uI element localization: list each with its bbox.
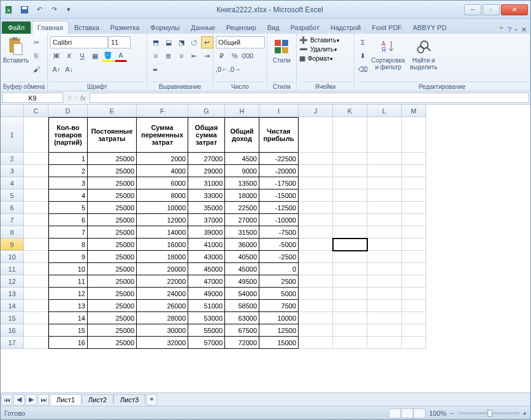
cell[interactable] xyxy=(367,214,402,226)
col-header[interactable]: K xyxy=(333,105,367,117)
cell[interactable] xyxy=(24,165,48,177)
align-center-icon[interactable]: ≣ xyxy=(162,50,175,62)
data-cell[interactable]: 25000 xyxy=(88,165,137,177)
wrap-text-icon[interactable]: ↩ xyxy=(201,36,213,48)
data-cell[interactable]: 18000 xyxy=(225,189,259,202)
data-cell[interactable]: 25000 xyxy=(88,153,137,165)
tab-addins[interactable]: Надстрой xyxy=(325,21,366,34)
data-cell[interactable]: 39000 xyxy=(188,226,225,239)
align-left-icon[interactable]: ≡ xyxy=(150,50,162,62)
font-name-combo[interactable]: Calibri xyxy=(50,36,108,48)
col-header[interactable]: I xyxy=(259,105,299,117)
data-cell[interactable]: 16 xyxy=(48,337,88,349)
data-cell[interactable]: 4000 xyxy=(137,165,188,177)
cell[interactable] xyxy=(299,275,333,288)
data-cell[interactable]: 8 xyxy=(48,239,88,251)
percent-icon[interactable]: % xyxy=(229,50,241,62)
data-cell[interactable]: 15 xyxy=(48,324,88,337)
data-cell[interactable]: 25000 xyxy=(88,214,137,226)
data-cell[interactable]: 25000 xyxy=(88,324,137,337)
data-cell[interactable]: 25000 xyxy=(88,300,137,312)
data-cell[interactable]: 4 xyxy=(48,189,88,202)
data-cell[interactable]: 25000 xyxy=(88,189,137,202)
cell[interactable] xyxy=(333,288,367,300)
cell[interactable] xyxy=(367,312,402,324)
cut-icon[interactable]: ✂ xyxy=(30,36,42,48)
cell[interactable] xyxy=(367,337,402,349)
tab-formulas[interactable]: Формулы xyxy=(145,21,185,34)
data-cell[interactable]: 57000 xyxy=(188,337,225,349)
data-cell[interactable]: 37000 xyxy=(188,214,225,226)
border-button[interactable]: ▦ xyxy=(89,50,101,62)
data-cell[interactable]: 26000 xyxy=(137,300,188,312)
cell[interactable] xyxy=(402,312,426,324)
data-cell[interactable]: -5000 xyxy=(259,239,299,251)
cell[interactable] xyxy=(299,288,333,300)
zoom-slider[interactable] xyxy=(458,412,519,414)
data-cell[interactable]: 30000 xyxy=(137,324,188,337)
copy-icon[interactable]: ⎘ xyxy=(30,50,42,62)
row-header[interactable]: 12 xyxy=(1,275,24,288)
cell[interactable] xyxy=(333,324,367,337)
cell[interactable] xyxy=(333,177,367,189)
data-cell[interactable]: 14 xyxy=(48,312,88,324)
data-cell[interactable]: 4500 xyxy=(225,153,259,165)
fill-color-button[interactable]: 🪣 xyxy=(102,50,114,62)
data-cell[interactable]: 13500 xyxy=(225,177,259,189)
tab-file[interactable]: Файл xyxy=(2,21,31,34)
data-cell[interactable]: 29000 xyxy=(188,165,225,177)
data-cell[interactable]: 35000 xyxy=(188,202,225,214)
data-cell[interactable]: 5000 xyxy=(259,288,299,300)
cell[interactable] xyxy=(24,324,48,337)
row-header[interactable]: 6 xyxy=(1,202,24,214)
col-header[interactable]: F xyxy=(137,105,188,117)
data-cell[interactable]: 67500 xyxy=(225,324,259,337)
data-cell[interactable]: 25000 xyxy=(88,251,137,263)
row-header[interactable]: 2 xyxy=(1,153,24,165)
zoom-in-icon[interactable]: + xyxy=(523,410,527,417)
data-cell[interactable]: -22500 xyxy=(259,153,299,165)
data-cell[interactable]: 25000 xyxy=(88,275,137,288)
data-cell[interactable]: 25000 xyxy=(88,239,137,251)
row-header[interactable]: 5 xyxy=(1,189,24,202)
increase-indent-icon[interactable]: ⇥ xyxy=(201,50,213,62)
save-icon[interactable] xyxy=(18,3,31,17)
number-format-combo[interactable]: Общий xyxy=(216,36,265,48)
data-cell[interactable]: 16000 xyxy=(137,239,188,251)
cell[interactable] xyxy=(367,239,402,251)
cell[interactable] xyxy=(367,117,402,153)
sheet-nav-first-icon[interactable]: ⏮ xyxy=(1,394,12,405)
cell[interactable] xyxy=(24,226,48,239)
cell[interactable] xyxy=(402,251,426,263)
data-cell[interactable]: 49500 xyxy=(225,275,259,288)
align-right-icon[interactable]: ≡ xyxy=(175,50,188,62)
cell[interactable] xyxy=(24,214,48,226)
data-cell[interactable]: -7500 xyxy=(259,226,299,239)
tab-data[interactable]: Данные xyxy=(185,21,221,34)
cell[interactable] xyxy=(402,153,426,165)
cell[interactable] xyxy=(299,251,333,263)
data-cell[interactable]: 25000 xyxy=(88,177,137,189)
cell[interactable] xyxy=(299,226,333,239)
sheet-nav-next-icon[interactable]: ▶ xyxy=(26,394,37,405)
data-cell[interactable]: 36000 xyxy=(225,239,259,251)
cell[interactable] xyxy=(402,189,426,202)
row-header[interactable]: 8 xyxy=(1,226,24,239)
data-cell[interactable]: 22000 xyxy=(137,275,188,288)
font-size-combo[interactable]: 11 xyxy=(109,36,131,48)
data-cell[interactable]: 51000 xyxy=(188,300,225,312)
row-header[interactable]: 11 xyxy=(1,263,24,275)
cell[interactable] xyxy=(333,189,367,202)
merge-center-icon[interactable]: ⬌ xyxy=(150,63,161,75)
sheet-tab-2[interactable]: Лист2 xyxy=(82,394,113,405)
delete-cell-icon[interactable]: ➖ xyxy=(299,45,308,53)
data-cell[interactable]: 7 xyxy=(48,226,88,239)
cell[interactable] xyxy=(24,239,48,251)
data-cell[interactable]: 13 xyxy=(48,300,88,312)
cell[interactable] xyxy=(333,263,367,275)
sheet-nav-last-icon[interactable]: ⏭ xyxy=(38,394,49,405)
row-header[interactable]: 3 xyxy=(1,165,24,177)
sheet-tab-3[interactable]: Лист3 xyxy=(113,394,145,405)
increase-decimal-icon[interactable]: ,0← xyxy=(216,63,228,75)
data-cell[interactable]: 45000 xyxy=(188,263,225,275)
